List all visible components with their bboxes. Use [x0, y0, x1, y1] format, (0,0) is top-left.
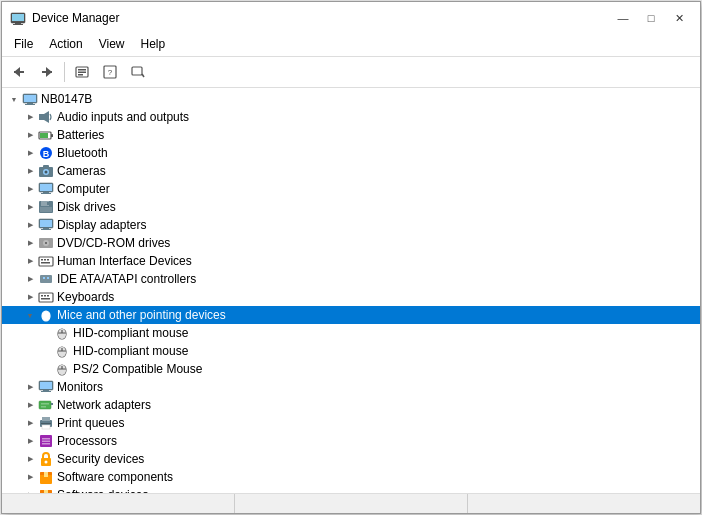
- tree-item[interactable]: Network adapters: [2, 396, 700, 414]
- tree-root[interactable]: NB0147B: [2, 90, 700, 108]
- tree-expander[interactable]: [22, 397, 38, 413]
- tree-item[interactable]: Keyboards: [2, 288, 700, 306]
- svg-point-29: [45, 171, 48, 174]
- menu-file[interactable]: File: [6, 34, 41, 54]
- tree-expander[interactable]: [22, 127, 38, 143]
- tree-item-label: Display adapters: [57, 218, 146, 232]
- svg-rect-54: [39, 293, 53, 302]
- tree-expander[interactable]: [22, 307, 38, 323]
- svg-rect-18: [27, 103, 33, 104]
- tree-item-label: Software components: [57, 470, 173, 484]
- tree-item[interactable]: Batteries: [2, 126, 700, 144]
- svg-rect-20: [39, 114, 44, 120]
- tree-item[interactable]: HID-compliant mouse: [2, 324, 700, 342]
- tree-item[interactable]: Print queues: [2, 414, 700, 432]
- menu-view[interactable]: View: [91, 34, 133, 54]
- update-button[interactable]: ?: [97, 60, 123, 84]
- tree-item-icon: [54, 361, 70, 377]
- tree-item-icon: [38, 379, 54, 395]
- svg-rect-82: [41, 391, 51, 392]
- tree-expander[interactable]: [22, 271, 38, 287]
- tree-expander: [38, 325, 54, 341]
- close-button[interactable]: ✕: [666, 8, 692, 28]
- tree-expander[interactable]: [22, 163, 38, 179]
- svg-rect-38: [40, 207, 52, 212]
- menu-help[interactable]: Help: [133, 34, 174, 54]
- tree-item-icon: B: [38, 145, 54, 161]
- svg-point-45: [45, 242, 47, 244]
- tree-expander: [38, 361, 54, 377]
- tree-item-icon: [38, 289, 54, 305]
- tree-item-label: DVD/CD-ROM drives: [57, 236, 170, 250]
- maximize-button[interactable]: □: [638, 8, 664, 28]
- tree-item[interactable]: PS/2 Compatible Mouse: [2, 360, 700, 378]
- svg-rect-80: [40, 382, 52, 389]
- tree-expander[interactable]: [22, 181, 38, 197]
- svg-rect-47: [41, 259, 43, 261]
- tree-expander[interactable]: [22, 217, 38, 233]
- main-area: NB0147B Audio inputs and outputsBatterie…: [2, 88, 700, 493]
- root-expander[interactable]: [6, 91, 22, 107]
- svg-marker-21: [44, 111, 49, 123]
- tree-expander[interactable]: [22, 145, 38, 161]
- tree-item[interactable]: Disk drives: [2, 198, 700, 216]
- svg-rect-14: [132, 67, 142, 75]
- device-manager-window: Device Manager — □ ✕ File Action View He…: [1, 1, 701, 514]
- svg-rect-94: [42, 443, 50, 445]
- tree-item[interactable]: Processors: [2, 432, 700, 450]
- tree-item-icon: [38, 127, 54, 143]
- tree-item[interactable]: Human Interface Devices: [2, 252, 700, 270]
- tree-item-icon: [54, 343, 70, 359]
- svg-rect-33: [43, 192, 49, 193]
- tree-item[interactable]: Security devices: [2, 450, 700, 468]
- tree-item-label: Processors: [57, 434, 117, 448]
- tree-item[interactable]: Cameras: [2, 162, 700, 180]
- tree-item-icon: [38, 415, 54, 431]
- tree-item-label: HID-compliant mouse: [73, 344, 188, 358]
- root-label: NB0147B: [41, 92, 92, 106]
- tree-expander[interactable]: [22, 109, 38, 125]
- tree-expander[interactable]: [22, 253, 38, 269]
- tree-item[interactable]: Audio inputs and outputs: [2, 108, 700, 126]
- tree-expander[interactable]: [22, 235, 38, 251]
- tree-item[interactable]: Mice and other pointing devices: [2, 306, 700, 324]
- svg-rect-17: [24, 95, 36, 102]
- svg-rect-32: [40, 184, 52, 191]
- svg-rect-46: [39, 257, 53, 266]
- title-left: Device Manager: [10, 10, 119, 26]
- svg-rect-81: [43, 390, 49, 391]
- tree-item[interactable]: Monitors: [2, 378, 700, 396]
- svg-rect-92: [42, 438, 50, 440]
- menu-action[interactable]: Action: [41, 34, 90, 54]
- svg-rect-11: [78, 74, 83, 76]
- tree-item[interactable]: Software components: [2, 468, 700, 486]
- tree-expander[interactable]: [22, 451, 38, 467]
- forward-button[interactable]: [34, 60, 60, 84]
- properties-button[interactable]: [69, 60, 95, 84]
- tree-items: Audio inputs and outputsBatteriesBBlueto…: [2, 108, 700, 493]
- tree-expander[interactable]: [22, 289, 38, 305]
- minimize-button[interactable]: —: [610, 8, 636, 28]
- tree-expander[interactable]: [22, 415, 38, 431]
- tree-item[interactable]: Software devices: [2, 486, 700, 493]
- tree-expander[interactable]: [22, 469, 38, 485]
- svg-rect-50: [41, 262, 50, 264]
- tree-expander[interactable]: [22, 379, 38, 395]
- scan-button[interactable]: [125, 60, 151, 84]
- tree-item[interactable]: Computer: [2, 180, 700, 198]
- tree-view[interactable]: NB0147B Audio inputs and outputsBatterie…: [2, 88, 700, 493]
- tree-item-icon: [38, 109, 54, 125]
- tree-item-icon: [38, 433, 54, 449]
- tree-item-icon: [38, 469, 54, 485]
- tree-item-icon: [38, 181, 54, 197]
- svg-rect-23: [51, 134, 53, 137]
- tree-expander[interactable]: [22, 433, 38, 449]
- tree-item[interactable]: IDE ATA/ATAPI controllers: [2, 270, 700, 288]
- back-button[interactable]: [6, 60, 32, 84]
- svg-rect-85: [41, 406, 46, 408]
- tree-item[interactable]: HID-compliant mouse: [2, 342, 700, 360]
- tree-item[interactable]: DVD/CD-ROM drives: [2, 234, 700, 252]
- tree-expander[interactable]: [22, 199, 38, 215]
- tree-item[interactable]: BBluetooth: [2, 144, 700, 162]
- tree-item[interactable]: Display adapters: [2, 216, 700, 234]
